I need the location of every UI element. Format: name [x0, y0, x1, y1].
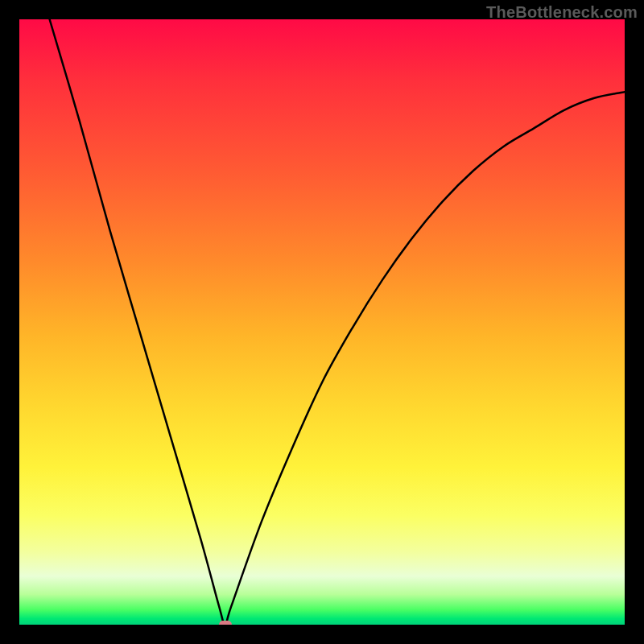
- chart-frame: TheBottleneck.com: [0, 0, 644, 644]
- bottleneck-curve: [19, 19, 625, 625]
- plot-area: [19, 19, 625, 625]
- watermark-text: TheBottleneck.com: [486, 3, 638, 22]
- optimal-point-marker: [219, 621, 232, 625]
